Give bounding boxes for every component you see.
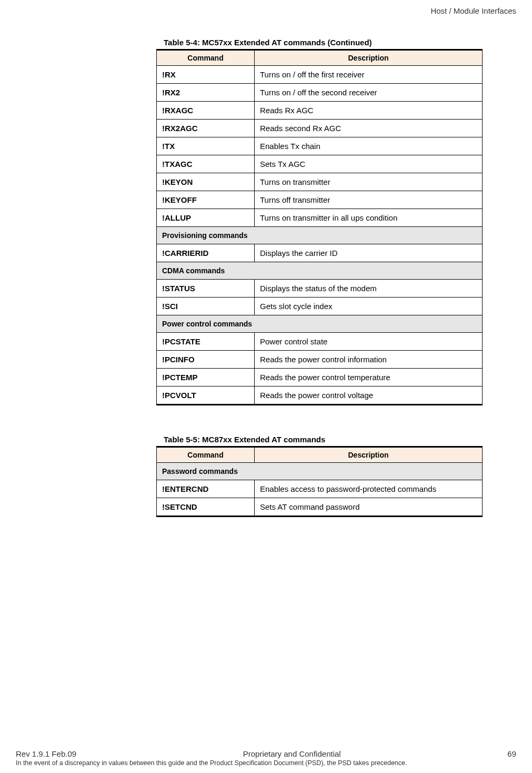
table-row: !RX2AGCReads second Rx AGC — [157, 120, 483, 137]
command-cell: !PCSTATE — [157, 333, 255, 351]
description-cell: Displays the status of the modem — [255, 280, 483, 298]
command-cell: !ENTERCND — [157, 480, 255, 498]
description-cell: Reads the power control temperature — [255, 369, 483, 386]
description-cell: Enables access to password-protected com… — [255, 480, 483, 498]
table-row: !PCSTATEPower control state — [157, 333, 483, 351]
description-cell: Power control state — [255, 333, 483, 351]
table-row: !RXAGCReads Rx AGC — [157, 102, 483, 120]
table-row: !RXTurns on / off the first receiver — [157, 66, 483, 84]
table-row: !PCVOLTReads the power control voltage — [157, 386, 483, 405]
command-cell: !CARRIERID — [157, 244, 255, 262]
table-row: Power control commands — [157, 315, 483, 333]
table2-head-description: Description — [255, 447, 483, 463]
table-row: !ENTERCNDEnables access to password-prot… — [157, 480, 483, 498]
description-cell: Turns on transmitter — [255, 173, 483, 191]
command-cell: !STATUS — [157, 280, 255, 298]
table-row: !RX2Turns on / off the second receiver — [157, 84, 483, 102]
description-cell: Displays the carrier ID — [255, 244, 483, 262]
table1-head-description: Description — [255, 50, 483, 66]
description-cell: Reads second Rx AGC — [255, 120, 483, 137]
description-cell: Reads Rx AGC — [255, 102, 483, 120]
table1-caption: Table 5-4: MC57xx Extended AT commands (… — [164, 38, 483, 47]
description-cell: Turns off transmitter — [255, 191, 483, 209]
command-cell: !TX — [157, 137, 255, 155]
table-row: !KEYOFFTurns off transmitter — [157, 191, 483, 209]
table-row: !PCTEMPReads the power control temperatu… — [157, 369, 483, 386]
section-label: CDMA commands — [157, 262, 483, 280]
table-row: !TXAGCSets Tx AGC — [157, 155, 483, 173]
command-cell: !ALLUP — [157, 209, 255, 227]
table-row: !TXEnables Tx chain — [157, 137, 483, 155]
table-row: !KEYONTurns on transmitter — [157, 173, 483, 191]
table2: Command Description Password commands!EN… — [156, 446, 483, 517]
footer-page: 69 — [507, 749, 516, 758]
table-row: Password commands — [157, 463, 483, 480]
section-label: Password commands — [157, 463, 483, 480]
table-row: !STATUSDisplays the status of the modem — [157, 280, 483, 298]
table-row: Provisioning commands — [157, 227, 483, 244]
description-cell: Gets slot cycle index — [255, 298, 483, 315]
command-cell: !KEYOFF — [157, 191, 255, 209]
command-cell: !RX2AGC — [157, 120, 255, 137]
table-row: !SCIGets slot cycle index — [157, 298, 483, 315]
footer-center: Proprietary and Confidential — [243, 749, 341, 758]
table-row: !PCINFOReads the power control informati… — [157, 351, 483, 369]
command-cell: !SCI — [157, 298, 255, 315]
main-content: Table 5-4: MC57xx Extended AT commands (… — [156, 38, 483, 517]
command-cell: !RX2 — [157, 84, 255, 102]
command-cell: !RXAGC — [157, 102, 255, 120]
command-cell: !TXAGC — [157, 155, 255, 173]
description-cell: Turns on / off the first receiver — [255, 66, 483, 84]
table2-caption: Table 5-5: MC87xx Extended AT commands — [164, 435, 483, 444]
command-cell: !KEYON — [157, 173, 255, 191]
table-row: !SETCNDSets AT command password — [157, 498, 483, 517]
footer-rev: Rev 1.9.1 Feb.09 — [16, 749, 76, 758]
description-cell: Turns on transmitter in all ups conditio… — [255, 209, 483, 227]
description-cell: Turns on / off the second receiver — [255, 84, 483, 102]
description-cell: Reads the power control information — [255, 351, 483, 369]
section-label: Power control commands — [157, 315, 483, 333]
header-section: Host / Module Interfaces — [430, 6, 516, 15]
description-cell: Sets Tx AGC — [255, 155, 483, 173]
command-cell: !RX — [157, 66, 255, 84]
table2-head-command: Command — [157, 447, 255, 463]
description-cell: Reads the power control voltage — [255, 386, 483, 405]
table1-head-command: Command — [157, 50, 255, 66]
footer: Rev 1.9.1 Feb.09 Proprietary and Confide… — [16, 749, 516, 767]
description-cell: Sets AT command password — [255, 498, 483, 517]
command-cell: !PCTEMP — [157, 369, 255, 386]
table-row: !CARRIERIDDisplays the carrier ID — [157, 244, 483, 262]
table-row: CDMA commands — [157, 262, 483, 280]
footer-note: In the event of a discrepancy in values … — [16, 759, 516, 767]
description-cell: Enables Tx chain — [255, 137, 483, 155]
command-cell: !PCINFO — [157, 351, 255, 369]
table1: Command Description !RXTurns on / off th… — [156, 49, 483, 405]
table-row: !ALLUPTurns on transmitter in all ups co… — [157, 209, 483, 227]
section-label: Provisioning commands — [157, 227, 483, 244]
command-cell: !PCVOLT — [157, 386, 255, 405]
command-cell: !SETCND — [157, 498, 255, 517]
